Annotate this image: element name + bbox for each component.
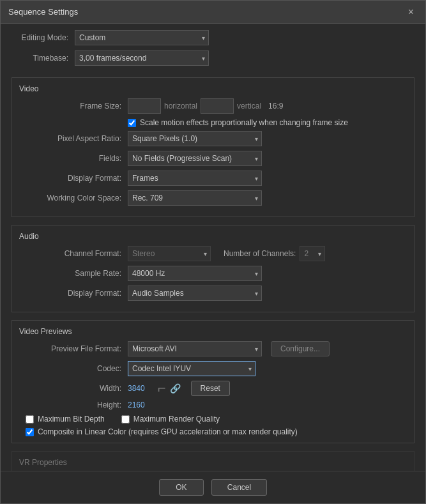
channel-format-select[interactable]: Stereo [128, 246, 211, 261]
audio-display-format-row: Display Format: Audio Samples [19, 286, 407, 301]
pixel-aspect-row: Pixel Aspect Ratio: Square Pixels (1.0) [19, 131, 407, 146]
link-bracket: ⌐ [158, 382, 166, 395]
fields-select-wrapper: No Fields (Progressive Scan) [128, 151, 262, 166]
num-channels-select[interactable]: 2 [300, 246, 325, 261]
audio-section-title: Audio [19, 232, 407, 241]
video-previews-title: Video Previews [19, 327, 407, 336]
editing-mode-label: Editing Mode: [11, 33, 68, 42]
vertical-label: vertical [237, 102, 261, 111]
frame-size-label: Frame Size: [19, 102, 121, 111]
sample-rate-select-wrapper: 48000 Hz [128, 266, 262, 281]
editing-mode-select-wrapper: Custom [75, 30, 209, 45]
video-display-format-row: Display Format: Frames [19, 171, 407, 186]
preview-file-select-wrapper: Microsoft AVI [128, 341, 262, 356]
close-button[interactable]: × [404, 5, 418, 19]
dialog-title: Sequence Settings [8, 7, 78, 17]
video-section: Video Frame Size: 3840 horizontal 2160 v… [11, 77, 415, 217]
frame-size-row: Frame Size: 3840 horizontal 2160 vertica… [19, 98, 407, 114]
composite-row: Composite in Linear Color (requires GPU … [26, 427, 407, 436]
height-row: Height: 2160 [19, 401, 407, 409]
working-color-select[interactable]: Rec. 709 [128, 190, 262, 206]
audio-display-format-label: Display Format: [19, 289, 121, 298]
video-display-format-select[interactable]: Frames [128, 171, 262, 186]
composite-checkbox[interactable] [26, 428, 34, 436]
max-bit-depth-checkbox[interactable] [26, 415, 34, 424]
codec-row: Codec: Codec Intel IYUV [19, 361, 407, 376]
fields-row: Fields: No Fields (Progressive Scan) [19, 151, 407, 166]
scale-checkbox-row: Scale motion effects proportionally when… [128, 118, 407, 127]
timebase-select-wrapper: 3,00 frames/second [75, 50, 209, 66]
scale-checkbox[interactable] [128, 119, 136, 127]
pixel-aspect-select[interactable]: Square Pixels (1.0) [128, 131, 262, 146]
audio-section: Audio Channel Format: Stereo Number of C… [11, 225, 415, 312]
max-bit-depth-label: Maximum Bit Depth [38, 415, 105, 424]
channel-format-select-wrapper: Stereo [128, 246, 211, 261]
video-section-title: Video [19, 84, 407, 93]
preview-file-label: Preview File Format: [19, 344, 121, 353]
cancel-button[interactable]: Cancel [211, 479, 267, 496]
audio-display-format-select[interactable]: Audio Samples [128, 286, 262, 301]
channel-format-row: Channel Format: Stereo Number of Channel… [19, 246, 407, 261]
codec-label: Codec: [19, 364, 121, 373]
top-settings: Editing Mode: Custom Timebase: 3,00 fram… [1, 24, 425, 71]
horizontal-label: horizontal [164, 102, 197, 111]
bracket-icon: ⌐ [158, 382, 166, 395]
working-color-row: Working Color Space: Rec. 709 [19, 190, 407, 206]
max-render-quality-checkbox[interactable] [121, 415, 130, 424]
timebase-row: Timebase: 3,00 frames/second [11, 50, 415, 66]
height-value: 2160 [128, 401, 145, 409]
fields-select[interactable]: No Fields (Progressive Scan) [128, 151, 262, 166]
working-color-label: Working Color Space: [19, 194, 121, 202]
sample-rate-select[interactable]: 48000 Hz [128, 266, 262, 281]
num-channels-select-wrapper: 2 [300, 246, 325, 261]
height-label: Height: [19, 401, 121, 409]
frame-size-height-input[interactable]: 2160 [201, 98, 234, 114]
scale-checkbox-label: Scale motion effects proportionally when… [140, 118, 348, 127]
configure-button[interactable]: Configure... [271, 341, 330, 356]
working-color-select-wrapper: Rec. 709 [128, 190, 262, 206]
num-channels-label: Number of Channels: [224, 249, 296, 258]
sequence-settings-dialog: Sequence Settings × Editing Mode: Custom… [0, 0, 426, 504]
width-value: 3840 [128, 384, 145, 393]
editing-mode-row: Editing Mode: Custom [11, 30, 415, 45]
preview-file-select[interactable]: Microsoft AVI [128, 341, 262, 356]
reset-button[interactable]: Reset [191, 381, 230, 396]
sample-rate-row: Sample Rate: 48000 Hz [19, 266, 407, 281]
width-row: Width: 3840 ⌐ 🔗 Reset [19, 381, 407, 396]
timebase-label: Timebase: [11, 54, 68, 63]
vr-properties-title: VR Properties [19, 458, 407, 467]
video-display-format-label: Display Format: [19, 174, 121, 183]
editing-mode-select[interactable]: Custom [75, 30, 209, 45]
link-icon: 🔗 [170, 383, 181, 393]
content-area: Video Frame Size: 3840 horizontal 2160 v… [1, 71, 425, 471]
channel-format-label: Channel Format: [19, 249, 121, 258]
codec-select[interactable]: Codec Intel IYUV [128, 361, 255, 376]
bit-depth-render-row: Maximum Bit Depth Maximum Render Quality [26, 415, 407, 424]
ok-button[interactable]: OK [159, 479, 204, 496]
max-render-quality-label: Maximum Render Quality [133, 415, 220, 424]
composite-label: Composite in Linear Color (requires GPU … [38, 427, 298, 436]
title-bar: Sequence Settings × [1, 1, 425, 24]
vr-properties-section: VR Properties Projection: None Layout: M… [11, 451, 415, 471]
codec-select-wrapper: Codec Intel IYUV [128, 361, 255, 376]
timebase-select[interactable]: 3,00 frames/second [75, 50, 209, 66]
audio-display-format-select-wrapper: Audio Samples [128, 286, 262, 301]
video-display-format-select-wrapper: Frames [128, 171, 262, 186]
pixel-aspect-select-wrapper: Square Pixels (1.0) [128, 131, 262, 146]
sample-rate-label: Sample Rate: [19, 269, 121, 278]
frame-size-width-input[interactable]: 3840 [128, 98, 161, 114]
aspect-ratio-value: 16:9 [268, 102, 283, 111]
video-previews-section: Video Previews Preview File Format: Micr… [11, 320, 415, 443]
preview-file-format-row: Preview File Format: Microsoft AVI Confi… [19, 341, 407, 356]
bottom-bar: OK Cancel [1, 471, 425, 503]
pixel-aspect-label: Pixel Aspect Ratio: [19, 134, 121, 143]
width-label: Width: [19, 384, 121, 393]
fields-label: Fields: [19, 154, 121, 163]
